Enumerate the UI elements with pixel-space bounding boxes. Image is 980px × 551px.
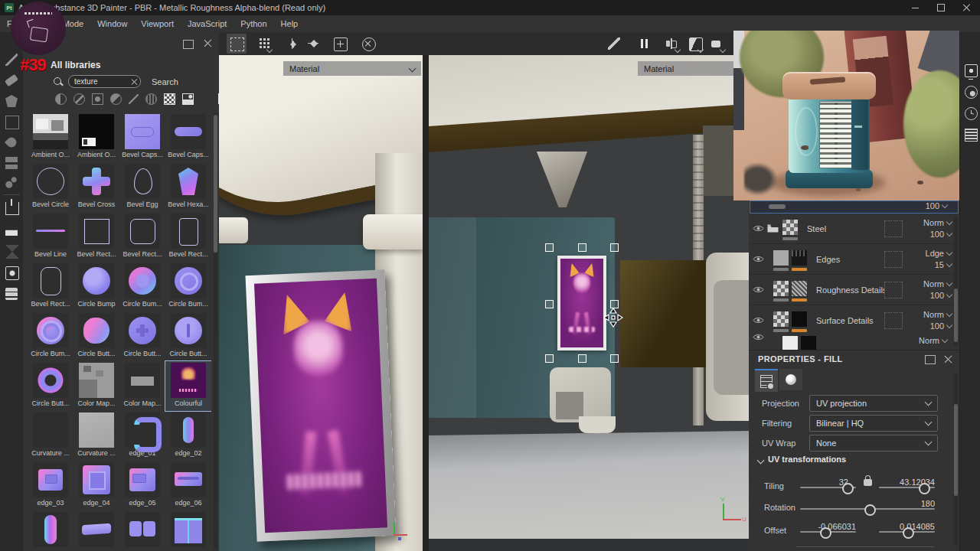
tab-material[interactable] bbox=[779, 369, 802, 390]
asset-item[interactable]: Curvature ... bbox=[28, 411, 74, 461]
layer-visibility-icon[interactable] bbox=[749, 285, 767, 294]
menu-help[interactable]: Help bbox=[274, 15, 305, 32]
symmetry-x-icon[interactable] bbox=[286, 37, 299, 50]
layer-thumbnail[interactable] bbox=[782, 336, 798, 350]
asset-item[interactable] bbox=[74, 510, 119, 551]
layer-visibility-icon[interactable] bbox=[749, 255, 767, 263]
rotation-handle[interactable] bbox=[864, 504, 876, 516]
properties-scrollbar[interactable] bbox=[954, 373, 958, 546]
geometry-mask-icon[interactable] bbox=[230, 37, 244, 51]
partial-layer-row[interactable]: Norm bbox=[749, 333, 959, 350]
asset-item[interactable]: Bevel Caps... bbox=[165, 112, 211, 162]
opacity-dropdown[interactable]: 100 bbox=[930, 230, 952, 239]
display-settings-icon[interactable] bbox=[5, 266, 19, 280]
blend-mode-dropdown[interactable]: Norm bbox=[923, 279, 952, 289]
filter-materials-icon[interactable] bbox=[55, 93, 67, 105]
assets-scrollbar[interactable] bbox=[214, 113, 217, 549]
cancel-circle-icon[interactable] bbox=[362, 37, 376, 51]
asset-item[interactable]: Bevel Rect... bbox=[119, 212, 165, 262]
offset-x-slider[interactable]: -0.066031 bbox=[800, 531, 856, 533]
asset-item[interactable]: Circle Bump bbox=[74, 262, 119, 311]
log-icon[interactable] bbox=[965, 129, 978, 142]
filter-environments-icon[interactable] bbox=[182, 93, 194, 105]
tiling-y-slider[interactable]: 43.12034 bbox=[879, 487, 935, 488]
asset-item[interactable]: Ambient O... bbox=[74, 112, 119, 162]
tiling-x-slider[interactable]: 32 bbox=[800, 487, 856, 488]
layer-row[interactable]: Surface DetailsNorm100 bbox=[749, 305, 959, 336]
asset-item[interactable]: edge_03 bbox=[28, 461, 74, 510]
layer-row[interactable]: EdgesLdge15 bbox=[749, 244, 959, 275]
blend-mode-dropdown[interactable]: Norm bbox=[919, 336, 947, 345]
layer-mask-thumbnail[interactable] bbox=[792, 281, 807, 296]
layers-scrollbar[interactable] bbox=[954, 216, 958, 346]
asset-item[interactable]: Circle Butt... bbox=[28, 361, 74, 411]
asset-item[interactable]: Circle Butt... bbox=[119, 311, 165, 361]
layer-thumbnail[interactable] bbox=[773, 311, 789, 327]
asset-item[interactable]: Bevel Hexa... bbox=[165, 162, 211, 212]
panel-close-icon[interactable] bbox=[204, 38, 213, 47]
asset-item[interactable]: Bevel Egg bbox=[119, 162, 165, 212]
filter-smart-masks-icon[interactable] bbox=[92, 93, 103, 105]
menu-python[interactable]: Python bbox=[234, 15, 273, 32]
hourglass-icon[interactable] bbox=[5, 245, 19, 259]
asset-item[interactable]: Bevel Circle bbox=[28, 162, 74, 212]
filter-procedurals-icon[interactable] bbox=[145, 93, 157, 105]
asset-item[interactable]: Curvature ... bbox=[74, 411, 119, 461]
history-icon[interactable] bbox=[965, 107, 978, 120]
layer-mask-thumbnail[interactable] bbox=[792, 250, 807, 266]
filter-smart-materials-icon[interactable] bbox=[74, 93, 85, 105]
panel-float-icon[interactable] bbox=[925, 355, 936, 364]
menu-javascript[interactable]: JavaScript bbox=[181, 15, 234, 32]
panel-close-icon[interactable] bbox=[944, 354, 953, 364]
projection-tool-icon[interactable] bbox=[5, 95, 18, 107]
clear-search-icon[interactable] bbox=[131, 78, 138, 85]
asset-item[interactable]: Bevel Rect... bbox=[165, 212, 211, 262]
filter-alphas-icon[interactable] bbox=[110, 93, 122, 105]
asset-item[interactable]: edge_01 bbox=[119, 411, 165, 461]
asset-item[interactable] bbox=[165, 510, 211, 551]
layer-visibility-icon[interactable] bbox=[749, 224, 767, 233]
layer-mask-thumbnail[interactable] bbox=[792, 311, 807, 327]
opacity-dropdown[interactable]: 100 bbox=[930, 321, 952, 331]
tab-fill-settings[interactable] bbox=[755, 369, 778, 392]
asset-item[interactable]: Bevel Caps... bbox=[119, 112, 165, 162]
asset-item[interactable]: Color Map... bbox=[119, 361, 165, 411]
smudge-tool-icon[interactable] bbox=[5, 135, 18, 149]
projection-dropdown[interactable]: UV projection bbox=[809, 395, 938, 412]
transform-manipulator[interactable] bbox=[548, 246, 616, 360]
filtering-dropdown[interactable]: Bilinear | HQ bbox=[809, 415, 938, 432]
layer-thumbnail[interactable] bbox=[782, 220, 798, 235]
asset-item[interactable]: edge_04 bbox=[74, 461, 119, 510]
library-selector[interactable]: All libraries bbox=[51, 60, 100, 70]
layer-thumbnail[interactable] bbox=[773, 250, 789, 266]
offset-x-handle[interactable] bbox=[820, 527, 831, 539]
material-mode-dropdown-3d[interactable]: Material bbox=[283, 61, 421, 76]
asset-item[interactable]: Circle Butt... bbox=[165, 311, 211, 361]
uv-transformations-section[interactable]: UV transformations bbox=[758, 455, 846, 464]
eraser-icon[interactable] bbox=[5, 74, 18, 86]
asset-item[interactable]: Bevel Rect... bbox=[74, 212, 119, 262]
clone-stamp-icon[interactable] bbox=[5, 157, 18, 169]
close-button[interactable] bbox=[954, 0, 980, 15]
asset-item[interactable]: Circle Bum... bbox=[165, 262, 211, 311]
uv-viewport-2d[interactable]: Material VU bbox=[429, 55, 749, 551]
offset-y-slider[interactable]: 0.014085 bbox=[879, 531, 935, 533]
bake-icon[interactable] bbox=[5, 223, 18, 236]
layer-row[interactable]: SteelNorm100 bbox=[749, 214, 959, 244]
offset-y-handle[interactable] bbox=[903, 527, 914, 539]
opacity-dropdown[interactable]: 15 bbox=[935, 260, 952, 269]
display-settings-icon[interactable] bbox=[965, 64, 978, 77]
filter-textures-icon[interactable] bbox=[164, 93, 175, 105]
opacity-slider-stub[interactable] bbox=[769, 204, 786, 209]
uv-wrap-dropdown[interactable]: None bbox=[809, 435, 938, 452]
filter-brushes-icon[interactable] bbox=[129, 94, 139, 104]
asset-item[interactable] bbox=[28, 510, 74, 551]
minimize-button[interactable] bbox=[902, 0, 928, 15]
layer-visibility-icon[interactable] bbox=[749, 333, 767, 341]
asset-item[interactable]: edge_06 bbox=[165, 461, 211, 510]
asset-item[interactable]: Bevel Cross bbox=[74, 162, 119, 212]
asset-item[interactable] bbox=[119, 510, 165, 551]
asset-item[interactable]: Bevel Rect... bbox=[28, 262, 74, 311]
pause-engine-icon[interactable] bbox=[639, 37, 651, 50]
selected-layer-partial-row[interactable]: 100 bbox=[750, 201, 959, 214]
